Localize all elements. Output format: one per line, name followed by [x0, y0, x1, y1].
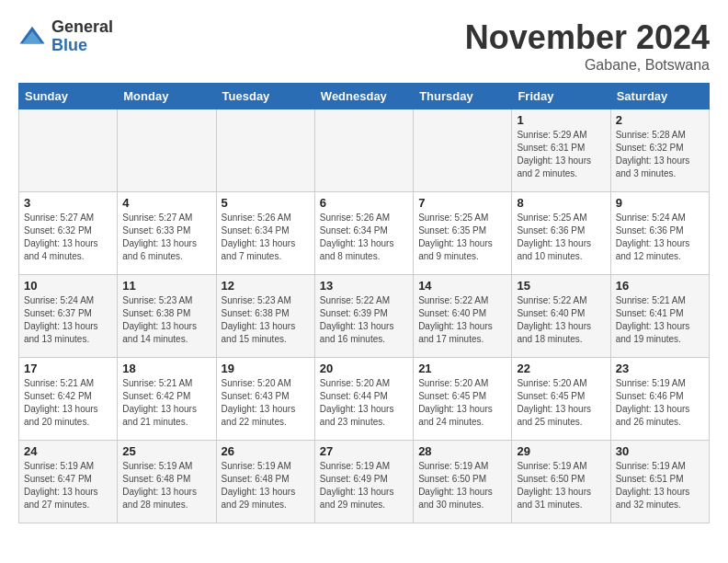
location: Gabane, Botswana [465, 57, 710, 74]
day-number: 26 [222, 444, 310, 458]
day-info: Sunrise: 5:19 AM Sunset: 6:50 PM Dayligh… [517, 460, 605, 511]
day-cell [118, 109, 216, 192]
day-cell: 2Sunrise: 5:28 AM Sunset: 6:32 PM Daylig… [610, 109, 709, 192]
day-number: 29 [517, 444, 605, 458]
day-cell: 15Sunrise: 5:22 AM Sunset: 6:40 PM Dayli… [512, 275, 610, 358]
day-cell: 28Sunrise: 5:19 AM Sunset: 6:50 PM Dayli… [414, 441, 512, 523]
day-info: Sunrise: 5:24 AM Sunset: 6:37 PM Dayligh… [24, 294, 112, 346]
page-header: General Blue November 2024 Gabane, Botsw… [18, 18, 710, 74]
day-cell: 8Sunrise: 5:25 AM Sunset: 6:36 PM Daylig… [512, 192, 610, 275]
day-info: Sunrise: 5:22 AM Sunset: 6:40 PM Dayligh… [517, 294, 605, 346]
day-cell: 13Sunrise: 5:22 AM Sunset: 6:39 PM Dayli… [314, 275, 413, 358]
day-info: Sunrise: 5:22 AM Sunset: 6:39 PM Dayligh… [320, 294, 408, 346]
day-info: Sunrise: 5:20 AM Sunset: 6:45 PM Dayligh… [418, 377, 506, 429]
day-number: 18 [122, 362, 210, 375]
day-number: 23 [616, 362, 704, 375]
day-info: Sunrise: 5:23 AM Sunset: 6:38 PM Dayligh… [122, 294, 210, 346]
month-title: November 2024 [465, 18, 710, 57]
day-cell: 11Sunrise: 5:23 AM Sunset: 6:38 PM Dayli… [118, 275, 216, 358]
day-info: Sunrise: 5:19 AM Sunset: 6:47 PM Dayligh… [24, 460, 112, 511]
day-info: Sunrise: 5:19 AM Sunset: 6:48 PM Dayligh… [222, 460, 310, 511]
day-header-friday: Friday [512, 84, 610, 109]
day-cell: 16Sunrise: 5:21 AM Sunset: 6:41 PM Dayli… [610, 275, 709, 358]
day-number: 2 [616, 113, 704, 127]
day-cell: 19Sunrise: 5:20 AM Sunset: 6:43 PM Dayli… [216, 358, 314, 441]
calendar-table: SundayMondayTuesdayWednesdayThursdayFrid… [18, 83, 710, 523]
day-cell: 26Sunrise: 5:19 AM Sunset: 6:48 PM Dayli… [216, 441, 314, 523]
day-number: 4 [122, 196, 210, 210]
day-number: 25 [122, 444, 210, 458]
day-number: 6 [320, 196, 408, 210]
logo: General Blue [18, 18, 113, 55]
day-number: 15 [517, 279, 605, 293]
day-number: 13 [320, 279, 408, 293]
day-info: Sunrise: 5:19 AM Sunset: 6:49 PM Dayligh… [320, 460, 408, 511]
day-info: Sunrise: 5:20 AM Sunset: 6:43 PM Dayligh… [222, 377, 310, 429]
day-info: Sunrise: 5:21 AM Sunset: 6:42 PM Dayligh… [24, 377, 112, 429]
logo-icon [18, 23, 46, 51]
day-info: Sunrise: 5:20 AM Sunset: 6:45 PM Dayligh… [517, 377, 605, 429]
logo-blue: Blue [51, 37, 113, 55]
day-cell: 9Sunrise: 5:24 AM Sunset: 6:36 PM Daylig… [610, 192, 709, 275]
day-number: 21 [418, 362, 506, 375]
day-info: Sunrise: 5:27 AM Sunset: 6:32 PM Dayligh… [24, 212, 112, 263]
day-cell: 12Sunrise: 5:23 AM Sunset: 6:38 PM Dayli… [216, 275, 314, 358]
day-cell: 14Sunrise: 5:22 AM Sunset: 6:40 PM Dayli… [414, 275, 512, 358]
day-number: 30 [616, 444, 704, 458]
day-cell [19, 109, 118, 192]
day-header-thursday: Thursday [414, 84, 512, 109]
day-info: Sunrise: 5:23 AM Sunset: 6:38 PM Dayligh… [222, 294, 310, 346]
day-cell: 6Sunrise: 5:26 AM Sunset: 6:34 PM Daylig… [314, 192, 413, 275]
day-number: 19 [222, 362, 310, 375]
day-cell: 5Sunrise: 5:26 AM Sunset: 6:34 PM Daylig… [216, 192, 314, 275]
day-number: 7 [418, 196, 506, 210]
day-cell [414, 109, 512, 192]
day-cell: 23Sunrise: 5:19 AM Sunset: 6:46 PM Dayli… [610, 358, 709, 441]
day-info: Sunrise: 5:21 AM Sunset: 6:42 PM Dayligh… [122, 377, 210, 429]
day-header-monday: Monday [118, 84, 216, 109]
day-cell: 10Sunrise: 5:24 AM Sunset: 6:37 PM Dayli… [19, 275, 118, 358]
day-cell: 1Sunrise: 5:29 AM Sunset: 6:31 PM Daylig… [512, 109, 610, 192]
logo-general: General [51, 18, 113, 37]
day-number: 3 [24, 196, 112, 210]
day-info: Sunrise: 5:22 AM Sunset: 6:40 PM Dayligh… [418, 294, 506, 346]
day-cell: 27Sunrise: 5:19 AM Sunset: 6:49 PM Dayli… [314, 441, 413, 523]
day-number: 17 [24, 362, 112, 375]
day-info: Sunrise: 5:19 AM Sunset: 6:50 PM Dayligh… [418, 460, 506, 511]
day-header-tuesday: Tuesday [216, 84, 314, 109]
day-info: Sunrise: 5:27 AM Sunset: 6:33 PM Dayligh… [122, 212, 210, 263]
day-info: Sunrise: 5:25 AM Sunset: 6:36 PM Dayligh… [517, 212, 605, 263]
day-cell: 21Sunrise: 5:20 AM Sunset: 6:45 PM Dayli… [414, 358, 512, 441]
day-cell [314, 109, 413, 192]
day-cell: 4Sunrise: 5:27 AM Sunset: 6:33 PM Daylig… [118, 192, 216, 275]
days-header-row: SundayMondayTuesdayWednesdayThursdayFrid… [19, 84, 710, 109]
day-number: 28 [418, 444, 506, 458]
day-cell: 18Sunrise: 5:21 AM Sunset: 6:42 PM Dayli… [118, 358, 216, 441]
day-info: Sunrise: 5:28 AM Sunset: 6:32 PM Dayligh… [616, 129, 704, 180]
day-cell: 25Sunrise: 5:19 AM Sunset: 6:48 PM Dayli… [118, 441, 216, 523]
day-cell: 20Sunrise: 5:20 AM Sunset: 6:44 PM Dayli… [314, 358, 413, 441]
day-info: Sunrise: 5:25 AM Sunset: 6:35 PM Dayligh… [418, 212, 506, 263]
day-cell: 17Sunrise: 5:21 AM Sunset: 6:42 PM Dayli… [19, 358, 118, 441]
day-number: 10 [24, 279, 112, 293]
day-info: Sunrise: 5:19 AM Sunset: 6:51 PM Dayligh… [616, 460, 704, 511]
day-info: Sunrise: 5:21 AM Sunset: 6:41 PM Dayligh… [616, 294, 704, 346]
day-number: 24 [24, 444, 112, 458]
day-number: 20 [320, 362, 408, 375]
day-header-sunday: Sunday [19, 84, 118, 109]
day-number: 12 [222, 279, 310, 293]
day-header-wednesday: Wednesday [314, 84, 413, 109]
day-number: 16 [616, 279, 704, 293]
day-cell: 7Sunrise: 5:25 AM Sunset: 6:35 PM Daylig… [414, 192, 512, 275]
title-block: November 2024 Gabane, Botswana [465, 18, 710, 74]
day-cell: 29Sunrise: 5:19 AM Sunset: 6:50 PM Dayli… [512, 441, 610, 523]
day-number: 22 [517, 362, 605, 375]
day-info: Sunrise: 5:19 AM Sunset: 6:46 PM Dayligh… [616, 377, 704, 429]
week-row-1: 1Sunrise: 5:29 AM Sunset: 6:31 PM Daylig… [19, 109, 710, 192]
day-header-saturday: Saturday [610, 84, 709, 109]
day-info: Sunrise: 5:20 AM Sunset: 6:44 PM Dayligh… [320, 377, 408, 429]
day-number: 5 [222, 196, 310, 210]
day-number: 14 [418, 279, 506, 293]
day-info: Sunrise: 5:26 AM Sunset: 6:34 PM Dayligh… [320, 212, 408, 263]
day-number: 11 [122, 279, 210, 293]
